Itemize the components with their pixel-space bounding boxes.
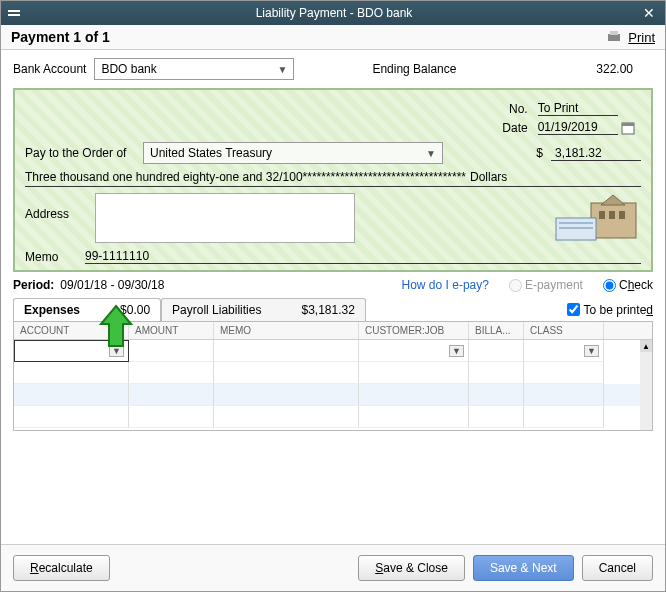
bank-account-value: BDO bank xyxy=(101,62,156,76)
window-menu-icon[interactable] xyxy=(7,6,21,20)
svg-rect-0 xyxy=(8,10,20,12)
cell-billable[interactable] xyxy=(469,340,524,362)
svg-rect-2 xyxy=(608,34,620,41)
address-label: Address xyxy=(25,193,85,221)
svg-rect-3 xyxy=(610,31,618,35)
building-check-icon xyxy=(551,193,641,243)
col-amount[interactable]: AMOUNT xyxy=(129,322,214,339)
save-next-button[interactable]: Save & Next xyxy=(473,555,574,581)
svg-rect-9 xyxy=(619,211,625,219)
amount-in-words: Three thousand one hundred eighty-one an… xyxy=(25,170,466,184)
svg-rect-5 xyxy=(622,123,634,126)
col-account[interactable]: ACCOUNT xyxy=(14,322,129,339)
svg-rect-11 xyxy=(556,218,596,240)
col-class[interactable]: CLASS xyxy=(524,322,604,339)
header-bar: Payment 1 of 1 Print xyxy=(1,25,665,50)
tab-expenses-label: Expenses xyxy=(24,303,80,317)
grid-header: ACCOUNT AMOUNT MEMO CUSTOMER:JOB BILLA..… xyxy=(14,322,652,340)
cell-customer[interactable]: ▼ xyxy=(359,340,469,362)
print-button[interactable]: Print xyxy=(606,30,655,45)
dollars-label: Dollars xyxy=(470,170,507,184)
memo-input[interactable]: 99-1111110 xyxy=(85,249,641,264)
tab-expenses-amount: $0.00 xyxy=(120,303,150,317)
currency-symbol: $ xyxy=(536,146,543,160)
grid-row[interactable] xyxy=(14,406,652,428)
chevron-down-icon: ▼ xyxy=(277,64,287,75)
svg-rect-7 xyxy=(599,211,605,219)
check-no-label: No. xyxy=(498,100,531,117)
check-date-label: Date xyxy=(498,119,531,136)
scroll-up-icon[interactable]: ▲ xyxy=(640,340,652,352)
cell-class[interactable]: ▼ xyxy=(524,340,604,362)
chevron-down-icon: ▼ xyxy=(426,148,436,159)
liability-payment-window: Liability Payment - BDO bank ✕ Payment 1… xyxy=(0,0,666,592)
tab-payroll-label: Payroll Liabilities xyxy=(172,303,261,317)
grid-body: ▼ ▼ ▼ ▲ xyxy=(14,340,652,430)
ending-balance-value: 322.00 xyxy=(596,62,633,76)
save-close-button[interactable]: Save & Close xyxy=(358,555,465,581)
bank-account-label: Bank Account xyxy=(13,62,86,76)
svg-marker-10 xyxy=(601,195,625,205)
pay-to-order-label: Pay to the Order of xyxy=(25,146,135,160)
check-amount-input[interactable]: 3,181.32 xyxy=(551,146,641,161)
ending-balance-label: Ending Balance xyxy=(372,62,456,76)
period-value: 09/01/18 - 09/30/18 xyxy=(60,278,164,292)
check-radio[interactable]: Check xyxy=(603,278,653,292)
address-textarea[interactable] xyxy=(95,193,355,243)
col-billable[interactable]: BILLA... xyxy=(469,322,524,339)
period-label: Period: xyxy=(13,278,54,292)
payee-select[interactable]: United States Treasury ▼ xyxy=(143,142,443,164)
print-label: Print xyxy=(628,30,655,45)
chevron-down-icon[interactable]: ▼ xyxy=(584,345,599,357)
bank-account-select[interactable]: BDO bank ▼ xyxy=(94,58,294,80)
bank-account-row: Bank Account BDO bank ▼ Ending Balance 3… xyxy=(1,50,665,88)
cell-amount[interactable] xyxy=(129,340,214,362)
expenses-grid: ACCOUNT AMOUNT MEMO CUSTOMER:JOB BILLA..… xyxy=(13,321,653,431)
tab-payroll-amount: $3,181.32 xyxy=(301,303,354,317)
epayment-radio: E-payment xyxy=(509,278,583,292)
close-icon[interactable]: ✕ xyxy=(639,5,659,21)
svg-rect-8 xyxy=(609,211,615,219)
col-memo[interactable]: MEMO xyxy=(214,322,359,339)
grid-row[interactable]: ▼ ▼ ▼ xyxy=(14,340,652,362)
vertical-scrollbar[interactable]: ▲ xyxy=(640,340,652,430)
epay-help-link[interactable]: How do I e-pay? xyxy=(402,278,489,292)
cell-memo[interactable] xyxy=(214,340,359,362)
check-no-value[interactable]: To Print xyxy=(538,101,618,116)
titlebar: Liability Payment - BDO bank ✕ xyxy=(1,1,665,25)
check-preview: No. To Print Date 01/19/2019 Pay to the … xyxy=(13,88,653,272)
chevron-down-icon[interactable]: ▼ xyxy=(449,345,464,357)
payment-counter: Payment 1 of 1 xyxy=(11,29,110,45)
tab-payroll-liabilities[interactable]: Payroll Liabilities $3,181.32 xyxy=(161,298,366,321)
svg-rect-6 xyxy=(591,203,636,238)
tabs-row: Expenses $0.00 Payroll Liabilities $3,18… xyxy=(1,298,665,321)
check-date-value[interactable]: 01/19/2019 xyxy=(538,120,618,135)
memo-label: Memo xyxy=(25,250,75,264)
window-title: Liability Payment - BDO bank xyxy=(29,6,639,20)
recalculate-button[interactable]: Recalculate xyxy=(13,555,110,581)
col-customer[interactable]: CUSTOMER:JOB xyxy=(359,322,469,339)
tab-expenses[interactable]: Expenses $0.00 xyxy=(13,298,161,321)
chevron-down-icon[interactable]: ▼ xyxy=(109,345,124,357)
printer-icon xyxy=(606,30,622,44)
grid-row[interactable] xyxy=(14,384,652,406)
cancel-button[interactable]: Cancel xyxy=(582,555,653,581)
footer: Recalculate Save & Close Save & Next Can… xyxy=(1,544,665,591)
cell-account[interactable]: ▼ xyxy=(14,340,129,362)
svg-rect-1 xyxy=(8,14,20,16)
payee-value: United States Treasury xyxy=(150,146,272,160)
to-be-printed-checkbox[interactable]: To be printed xyxy=(567,303,653,317)
grid-row[interactable] xyxy=(14,362,652,384)
period-row: Period: 09/01/18 - 09/30/18 How do I e-p… xyxy=(1,272,665,298)
calendar-icon[interactable] xyxy=(621,121,635,135)
